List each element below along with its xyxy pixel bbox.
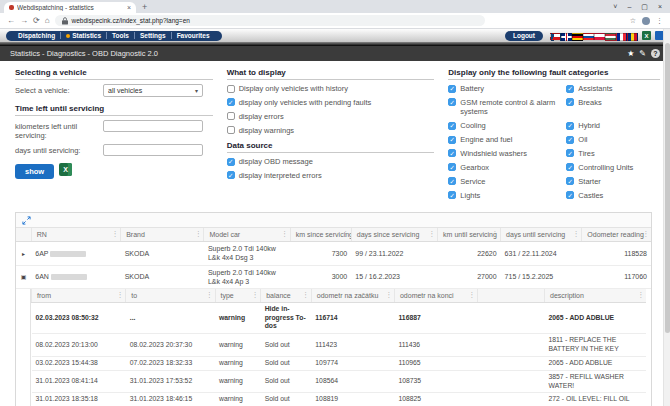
- bookmark-star-icon[interactable]: ☆: [630, 17, 636, 25]
- forward-icon[interactable]: →: [20, 13, 28, 29]
- column-menu-icon[interactable]: ⋮: [469, 291, 476, 299]
- vehicle-row[interactable]: ▸ 6AP SKODA Superb 2.0 Tdi 140kw L&k 4x4…: [16, 242, 651, 265]
- url-input[interactable]: webdispecink.cz/index_stat.php?lang=en: [55, 15, 485, 26]
- subtable-column-header[interactable]: balance ⋮: [261, 289, 312, 303]
- excel-export-button[interactable]: X: [59, 163, 72, 176]
- menu-item[interactable]: Tools: [106, 32, 134, 39]
- column-menu-icon[interactable]: ⋮: [429, 230, 436, 238]
- km-left-input[interactable]: [103, 120, 203, 132]
- favourite-star-icon[interactable]: ★: [627, 49, 634, 59]
- menu-item[interactable]: Statistics: [60, 32, 106, 39]
- checkbox[interactable]: ✓: [227, 171, 235, 179]
- column-header[interactable]: Model car ⋮: [204, 228, 290, 242]
- column-menu-icon[interactable]: ⋮: [385, 291, 392, 299]
- subtable-column-header[interactable]: odometr na konci ⋮: [394, 289, 477, 303]
- language-flag[interactable]: [572, 33, 583, 41]
- language-flag[interactable]: [605, 33, 616, 41]
- tab-close-icon[interactable]: ×: [127, 4, 131, 11]
- checkbox[interactable]: ✓: [448, 136, 456, 144]
- checkbox[interactable]: ✓: [566, 98, 574, 106]
- show-button[interactable]: show: [15, 164, 54, 179]
- new-tab-button[interactable]: +: [142, 2, 147, 13]
- vehicle-row[interactable]: ▣ 6AN SKODA Superb 2.0 Tdi 140kw L&k 4x4…: [16, 265, 651, 288]
- help-icon[interactable]: ?: [651, 49, 660, 58]
- checkbox[interactable]: ✓: [448, 122, 456, 130]
- checkbox[interactable]: ✓: [448, 85, 456, 93]
- home-icon[interactable]: ⌂: [45, 13, 50, 29]
- checkbox[interactable]: ✓: [227, 126, 235, 134]
- window-close-icon[interactable]: ×: [658, 0, 662, 13]
- column-menu-icon[interactable]: ⋮: [302, 291, 309, 299]
- column-header[interactable]: km since servicing ⋮: [290, 228, 351, 242]
- column-menu-icon[interactable]: ⋮: [281, 230, 288, 238]
- checkbox[interactable]: ✓: [448, 149, 456, 157]
- expand-grid-icon[interactable]: [22, 216, 31, 225]
- language-flag[interactable]: [616, 33, 627, 41]
- column-header[interactable]: Odometer reading ⋮: [582, 228, 651, 242]
- checkbox[interactable]: ✓: [227, 85, 235, 93]
- checkbox[interactable]: ✓: [566, 122, 574, 130]
- menu-item[interactable]: Dispatching: [13, 32, 60, 39]
- checkbox[interactable]: ✓: [448, 98, 456, 106]
- column-header[interactable]: RN ⋮: [31, 228, 120, 242]
- column-menu-icon[interactable]: ⋮: [112, 230, 119, 238]
- column-header[interactable]: days until servicing ⋮: [501, 228, 582, 242]
- tab-search-icon[interactable]: ˅: [613, 0, 617, 13]
- language-flag[interactable]: [627, 33, 638, 41]
- subtable-column-header[interactable]: to ⋮: [126, 289, 215, 303]
- column-menu-icon[interactable]: ⋮: [573, 230, 580, 238]
- column-menu-icon[interactable]: ⋮: [492, 230, 499, 238]
- checkbox[interactable]: ✓: [448, 191, 456, 199]
- language-flag[interactable]: [583, 33, 594, 41]
- row-expand-icon[interactable]: ▸: [22, 251, 25, 257]
- subtable-column-header[interactable]: odometr na začátku ⋮: [311, 289, 394, 303]
- checkbox[interactable]: ✓: [566, 136, 574, 144]
- column-menu-icon[interactable]: ⋮: [195, 230, 202, 238]
- page-scrollbar[interactable]: [663, 29, 670, 406]
- scrollbar-thumb[interactable]: [665, 43, 670, 333]
- column-menu-icon[interactable]: ⋮: [342, 230, 349, 238]
- maximize-icon[interactable]: ▢: [641, 0, 648, 13]
- column-menu-icon[interactable]: ⋮: [252, 291, 259, 299]
- pin-icon[interactable]: ✎: [639, 49, 646, 59]
- minimize-icon[interactable]: –: [627, 0, 631, 13]
- checkbox[interactable]: ✓: [566, 177, 574, 185]
- subtable-column-header[interactable]: from ⋮: [32, 289, 126, 303]
- chrome-menu-icon[interactable]: ⋮: [656, 17, 663, 25]
- column-menu-icon[interactable]: ⋮: [206, 291, 213, 299]
- column-header[interactable]: Brand ⋮: [121, 228, 204, 242]
- checkbox[interactable]: ✓: [227, 98, 235, 106]
- vehicle-select[interactable]: all vehicles ▾: [103, 84, 203, 97]
- language-flag[interactable]: [594, 33, 605, 41]
- menu-item[interactable]: Favourites: [171, 32, 215, 39]
- days-left-input[interactable]: [103, 144, 203, 156]
- column-menu-icon[interactable]: ⋮: [117, 291, 124, 299]
- logout-button[interactable]: Logout: [505, 31, 543, 41]
- fault-row[interactable]: 31.01.2023 08:41:14 31.01.2023 17:53:52 …: [32, 370, 647, 393]
- fault-row[interactable]: 31.01.2023 18:35:18 31.01.2023 18:46:15 …: [32, 393, 647, 406]
- checkbox[interactable]: ✓: [227, 112, 235, 120]
- checkbox[interactable]: ✓: [448, 163, 456, 171]
- fault-row[interactable]: 02.03.2023 08:50:32 ... warning Hide in-…: [32, 302, 647, 333]
- checkbox[interactable]: ✓: [566, 191, 574, 199]
- column-header[interactable]: days since servicing ⋮: [351, 228, 437, 242]
- excel-export-icon[interactable]: X: [642, 31, 651, 40]
- fault-row[interactable]: 08.02.2023 20:13:00 08.02.2023 20:37:30 …: [32, 334, 647, 357]
- checkbox[interactable]: ✓: [566, 149, 574, 157]
- checkbox[interactable]: ✓: [227, 158, 235, 166]
- checkbox[interactable]: ✓: [566, 85, 574, 93]
- language-flag[interactable]: [550, 33, 561, 41]
- profile-avatar[interactable]: [642, 17, 650, 25]
- row-expand-icon[interactable]: ▣: [21, 274, 27, 280]
- column-header[interactable]: km until servicing ⋮: [438, 228, 501, 242]
- subtable-column-header[interactable]: type ⋮: [215, 289, 261, 303]
- back-icon[interactable]: ←: [7, 13, 15, 29]
- language-flag[interactable]: [561, 33, 572, 41]
- checkbox[interactable]: ✓: [448, 177, 456, 185]
- subtable-column-header[interactable]: description ⋮: [545, 289, 646, 303]
- menu-item[interactable]: Settings: [134, 32, 171, 39]
- checkbox[interactable]: ✓: [566, 163, 574, 171]
- column-menu-icon[interactable]: ⋮: [643, 230, 650, 238]
- fault-row[interactable]: 03.02.2023 15:44:38 07.02.2023 18:32:33 …: [32, 356, 647, 370]
- column-menu-icon[interactable]: ⋮: [638, 291, 645, 299]
